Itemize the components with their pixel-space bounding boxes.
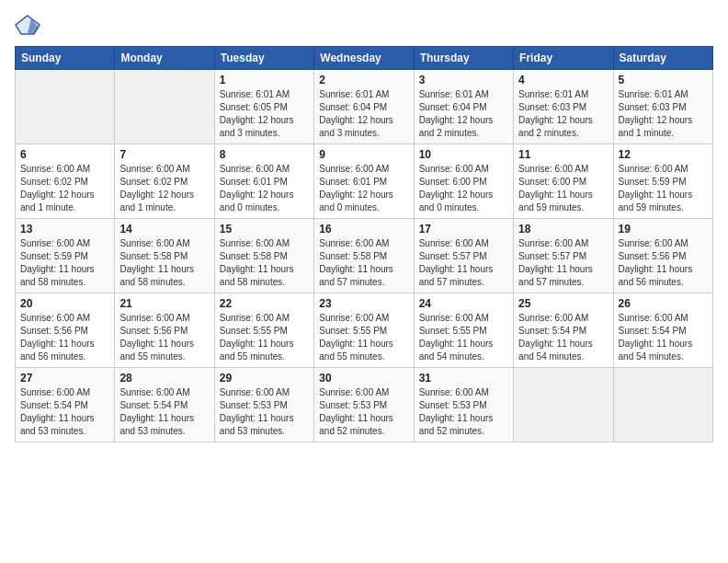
calendar-cell: 21Sunrise: 6:00 AM Sunset: 5:56 PM Dayli… <box>115 293 214 368</box>
calendar-table: SundayMondayTuesdayWednesdayThursdayFrid… <box>15 46 713 442</box>
day-info: Sunrise: 6:00 AM Sunset: 5:54 PM Dayligh… <box>619 312 708 363</box>
day-number: 21 <box>119 297 209 310</box>
weekday-header-friday: Friday <box>514 47 613 70</box>
weekday-header-saturday: Saturday <box>613 47 712 70</box>
day-number: 27 <box>20 372 109 385</box>
day-number: 23 <box>319 297 408 310</box>
weekday-header-wednesday: Wednesday <box>314 47 414 70</box>
day-info: Sunrise: 6:00 AM Sunset: 6:00 PM Dayligh… <box>518 163 608 214</box>
calendar-cell: 31Sunrise: 6:00 AM Sunset: 5:53 PM Dayli… <box>414 368 513 442</box>
day-info: Sunrise: 6:01 AM Sunset: 6:04 PM Dayligh… <box>419 88 508 140</box>
day-number: 13 <box>20 223 109 236</box>
calendar-cell: 23Sunrise: 6:00 AM Sunset: 5:55 PM Dayli… <box>314 293 414 368</box>
day-number: 28 <box>119 372 209 385</box>
calendar-cell: 24Sunrise: 6:00 AM Sunset: 5:55 PM Dayli… <box>414 293 513 368</box>
calendar-cell <box>115 70 214 144</box>
calendar-cell: 30Sunrise: 6:00 AM Sunset: 5:53 PM Dayli… <box>314 368 414 442</box>
calendar-week-5: 27Sunrise: 6:00 AM Sunset: 5:54 PM Dayli… <box>16 368 713 442</box>
calendar-cell: 13Sunrise: 6:00 AM Sunset: 5:59 PM Dayli… <box>16 219 115 293</box>
logo-icon <box>15 15 40 35</box>
day-number: 12 <box>619 148 708 161</box>
calendar-cell: 8Sunrise: 6:00 AM Sunset: 6:01 PM Daylig… <box>214 144 313 219</box>
calendar-cell: 4Sunrise: 6:01 AM Sunset: 6:03 PM Daylig… <box>514 70 613 144</box>
day-info: Sunrise: 6:00 AM Sunset: 6:01 PM Dayligh… <box>220 163 309 214</box>
day-info: Sunrise: 6:01 AM Sunset: 6:04 PM Dayligh… <box>319 88 408 140</box>
day-number: 31 <box>419 372 508 385</box>
day-info: Sunrise: 6:00 AM Sunset: 5:58 PM Dayligh… <box>319 237 408 289</box>
day-info: Sunrise: 6:00 AM Sunset: 5:57 PM Dayligh… <box>518 237 608 289</box>
calendar-cell: 18Sunrise: 6:00 AM Sunset: 5:57 PM Dayli… <box>514 219 613 293</box>
calendar-cell: 14Sunrise: 6:00 AM Sunset: 5:58 PM Dayli… <box>115 219 214 293</box>
calendar-body: 1Sunrise: 6:01 AM Sunset: 6:05 PM Daylig… <box>16 70 713 442</box>
calendar-cell: 29Sunrise: 6:00 AM Sunset: 5:53 PM Dayli… <box>214 368 313 442</box>
day-number: 8 <box>220 148 309 161</box>
header <box>15 15 713 35</box>
day-number: 18 <box>518 223 608 236</box>
day-number: 30 <box>319 372 408 385</box>
day-number: 1 <box>220 74 309 86</box>
calendar-cell: 6Sunrise: 6:00 AM Sunset: 6:02 PM Daylig… <box>16 144 115 219</box>
calendar-cell: 28Sunrise: 6:00 AM Sunset: 5:54 PM Dayli… <box>115 368 214 442</box>
day-info: Sunrise: 6:01 AM Sunset: 6:03 PM Dayligh… <box>518 88 608 140</box>
calendar-cell: 27Sunrise: 6:00 AM Sunset: 5:54 PM Dayli… <box>16 368 115 442</box>
calendar-cell: 20Sunrise: 6:00 AM Sunset: 5:56 PM Dayli… <box>16 293 115 368</box>
day-info: Sunrise: 6:00 AM Sunset: 5:58 PM Dayligh… <box>220 237 309 289</box>
page: SundayMondayTuesdayWednesdayThursdayFrid… <box>0 0 728 563</box>
calendar-cell: 9Sunrise: 6:00 AM Sunset: 6:01 PM Daylig… <box>314 144 414 219</box>
weekday-header-thursday: Thursday <box>414 47 513 70</box>
calendar-cell: 16Sunrise: 6:00 AM Sunset: 5:58 PM Dayli… <box>314 219 414 293</box>
calendar-header: SundayMondayTuesdayWednesdayThursdayFrid… <box>16 47 713 70</box>
day-info: Sunrise: 6:00 AM Sunset: 5:56 PM Dayligh… <box>20 312 109 363</box>
day-number: 26 <box>619 297 708 310</box>
calendar-cell: 10Sunrise: 6:00 AM Sunset: 6:00 PM Dayli… <box>414 144 513 219</box>
calendar-cell: 1Sunrise: 6:01 AM Sunset: 6:05 PM Daylig… <box>214 70 313 144</box>
calendar-cell: 5Sunrise: 6:01 AM Sunset: 6:03 PM Daylig… <box>613 70 712 144</box>
day-number: 19 <box>619 223 708 236</box>
weekday-header-monday: Monday <box>115 47 214 70</box>
calendar-cell <box>514 368 613 442</box>
day-number: 20 <box>20 297 109 310</box>
calendar-cell <box>613 368 712 442</box>
weekday-header-row: SundayMondayTuesdayWednesdayThursdayFrid… <box>16 47 713 70</box>
calendar-cell: 3Sunrise: 6:01 AM Sunset: 6:04 PM Daylig… <box>414 70 513 144</box>
calendar-cell: 7Sunrise: 6:00 AM Sunset: 6:02 PM Daylig… <box>115 144 214 219</box>
day-info: Sunrise: 6:00 AM Sunset: 5:54 PM Dayligh… <box>20 386 109 438</box>
day-info: Sunrise: 6:00 AM Sunset: 6:00 PM Dayligh… <box>419 163 508 214</box>
day-info: Sunrise: 6:01 AM Sunset: 6:05 PM Dayligh… <box>220 88 309 140</box>
calendar-cell: 22Sunrise: 6:00 AM Sunset: 5:55 PM Dayli… <box>214 293 313 368</box>
day-number: 4 <box>518 74 608 86</box>
day-info: Sunrise: 6:00 AM Sunset: 5:53 PM Dayligh… <box>220 386 309 438</box>
day-info: Sunrise: 6:00 AM Sunset: 5:55 PM Dayligh… <box>419 312 508 363</box>
day-number: 15 <box>220 223 309 236</box>
calendar-week-2: 6Sunrise: 6:00 AM Sunset: 6:02 PM Daylig… <box>16 144 713 219</box>
calendar-cell: 19Sunrise: 6:00 AM Sunset: 5:56 PM Dayli… <box>613 219 712 293</box>
day-info: Sunrise: 6:00 AM Sunset: 6:01 PM Dayligh… <box>319 163 408 214</box>
day-info: Sunrise: 6:00 AM Sunset: 5:55 PM Dayligh… <box>319 312 408 363</box>
day-info: Sunrise: 6:00 AM Sunset: 5:59 PM Dayligh… <box>20 237 109 289</box>
day-info: Sunrise: 6:00 AM Sunset: 5:59 PM Dayligh… <box>619 163 708 214</box>
calendar-cell <box>16 70 115 144</box>
calendar-cell: 11Sunrise: 6:00 AM Sunset: 6:00 PM Dayli… <box>514 144 613 219</box>
day-info: Sunrise: 6:00 AM Sunset: 5:58 PM Dayligh… <box>119 237 209 289</box>
day-number: 10 <box>419 148 508 161</box>
day-number: 3 <box>419 74 508 86</box>
day-info: Sunrise: 6:00 AM Sunset: 5:56 PM Dayligh… <box>619 237 708 289</box>
weekday-header-sunday: Sunday <box>16 47 115 70</box>
logo <box>15 15 44 35</box>
day-number: 17 <box>419 223 508 236</box>
day-info: Sunrise: 6:00 AM Sunset: 5:53 PM Dayligh… <box>319 386 408 438</box>
calendar-cell: 17Sunrise: 6:00 AM Sunset: 5:57 PM Dayli… <box>414 219 513 293</box>
day-info: Sunrise: 6:00 AM Sunset: 6:02 PM Dayligh… <box>119 163 209 214</box>
day-info: Sunrise: 6:00 AM Sunset: 5:56 PM Dayligh… <box>119 312 209 363</box>
day-number: 6 <box>20 148 109 161</box>
day-number: 9 <box>319 148 408 161</box>
day-info: Sunrise: 6:00 AM Sunset: 5:53 PM Dayligh… <box>419 386 508 438</box>
day-number: 22 <box>220 297 309 310</box>
day-info: Sunrise: 6:01 AM Sunset: 6:03 PM Dayligh… <box>619 88 708 140</box>
day-number: 25 <box>518 297 608 310</box>
calendar-cell: 15Sunrise: 6:00 AM Sunset: 5:58 PM Dayli… <box>214 219 313 293</box>
weekday-header-tuesday: Tuesday <box>214 47 313 70</box>
day-number: 2 <box>319 74 408 86</box>
calendar-week-1: 1Sunrise: 6:01 AM Sunset: 6:05 PM Daylig… <box>16 70 713 144</box>
calendar-cell: 2Sunrise: 6:01 AM Sunset: 6:04 PM Daylig… <box>314 70 414 144</box>
